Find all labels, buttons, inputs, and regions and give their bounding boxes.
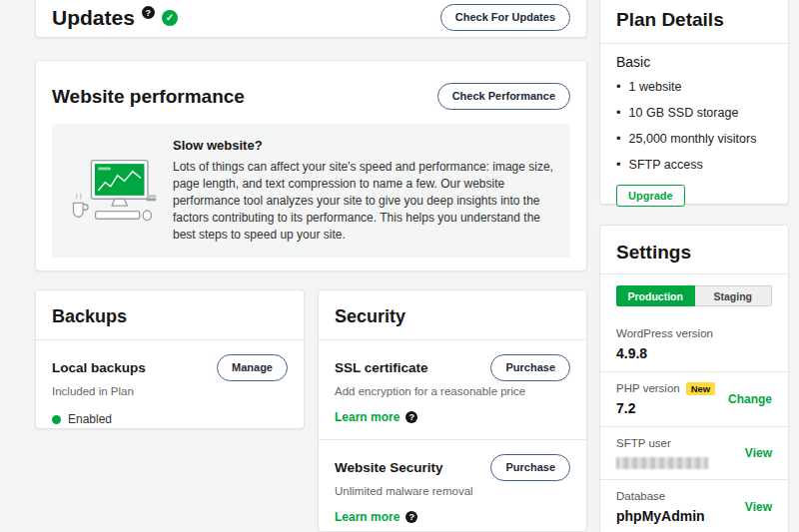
website-performance-card: Website performance Check Performance Sl…	[35, 60, 587, 271]
check-performance-button[interactable]: Check Performance	[437, 83, 570, 110]
wordpress-version-row: WordPress version 4.9.8	[600, 317, 788, 371]
status-dot-icon	[52, 415, 61, 424]
manage-backups-button[interactable]: Manage	[217, 354, 288, 381]
settings-card: Settings Production Staging WordPress ve…	[599, 225, 789, 532]
plan-feature: • 10 GB SSD storage	[616, 100, 772, 126]
upgrade-button[interactable]: Upgrade	[616, 185, 685, 207]
ssl-learn-more-link[interactable]: Learn more ?	[335, 410, 417, 424]
updates-help-icon[interactable]: ?	[142, 6, 155, 19]
help-icon[interactable]: ?	[405, 511, 417, 523]
ssl-certificate-label: SSL certificate	[335, 360, 428, 375]
php-version-label: PHP version	[616, 381, 680, 395]
ssl-subtitle: Add encryption for a reasonable price	[335, 385, 570, 397]
backups-status: Enabled	[52, 412, 288, 426]
security-card: Security SSL certificate Purchase Add en…	[318, 289, 587, 532]
plan-feature-label: 1 website	[629, 75, 682, 100]
bullet-icon: •	[616, 74, 621, 99]
backups-subtitle: Included in Plan	[52, 385, 288, 397]
new-badge: New	[686, 382, 716, 395]
plan-details-card: Plan Details Basic • 1 website • 10 GB S…	[599, 0, 789, 205]
plan-feature-label: SFTP access	[629, 153, 703, 178]
plan-feature-label: 10 GB SSD storage	[629, 101, 739, 126]
bullet-icon: •	[616, 126, 621, 151]
wordpress-version-value: 4.9.8	[616, 345, 772, 361]
divider	[600, 273, 788, 274]
plan-details-title: Plan Details	[616, 9, 772, 31]
settings-title: Settings	[616, 242, 772, 264]
updates-card: Updates ? ✓ Check For Updates	[35, 0, 587, 38]
backups-title: Backups	[52, 306, 288, 327]
computer-illustration	[68, 139, 159, 243]
updates-success-icon: ✓	[162, 10, 178, 26]
promo-heading: Slow website?	[173, 138, 554, 153]
hosting-dashboard: Updates ? ✓ Check For Updates Website pe…	[0, 0, 799, 532]
website-security-label: Website Security	[335, 460, 443, 475]
learn-more-label: Learn more	[335, 410, 400, 424]
learn-more-label: Learn more	[335, 510, 400, 524]
backups-status-label: Enabled	[68, 412, 112, 426]
environment-toggle: Production Staging	[616, 285, 772, 306]
local-backups-label: Local backups	[52, 360, 146, 375]
database-row: Database phpMyAdmin View	[600, 480, 788, 532]
tab-production[interactable]: Production	[616, 285, 695, 306]
plan-feature-label: 25,000 monthly visitors	[629, 127, 757, 152]
sftp-user-redacted-value	[616, 457, 708, 469]
tab-staging[interactable]: Staging	[695, 285, 773, 306]
plan-feature: • 25,000 monthly visitors	[616, 126, 772, 152]
website-security-subtitle: Unlimited malware removal	[335, 485, 570, 497]
purchase-ssl-button[interactable]: Purchase	[490, 354, 570, 381]
plan-feature: • SFTP access	[616, 152, 772, 178]
bullet-icon: •	[616, 100, 621, 125]
performance-title: Website performance	[52, 86, 245, 108]
promo-body: Lots of things can affect your site's sp…	[173, 159, 554, 244]
sftp-view-link[interactable]: View	[745, 446, 772, 460]
bullet-icon: •	[616, 152, 621, 177]
plan-name: Basic	[616, 54, 772, 70]
wordpress-version-label: WordPress version	[616, 326, 772, 340]
backups-card: Backups Local backups Manage Included in…	[35, 289, 305, 429]
updates-title: Updates	[52, 6, 135, 30]
website-security-learn-more-link[interactable]: Learn more ?	[335, 510, 417, 524]
purchase-website-security-button[interactable]: Purchase	[490, 454, 570, 481]
php-change-link[interactable]: Change	[728, 392, 772, 406]
sftp-user-row: SFTP user View	[600, 427, 788, 479]
plan-feature: • 1 website	[616, 74, 772, 100]
php-version-row: PHP version New 7.2 Change	[600, 372, 788, 426]
help-icon[interactable]: ?	[405, 411, 417, 423]
database-view-link[interactable]: View	[745, 500, 772, 514]
performance-promo-panel: Slow website? Lots of things can affect …	[52, 124, 570, 258]
security-title: Security	[335, 306, 570, 327]
check-for-updates-button[interactable]: Check For Updates	[440, 4, 570, 31]
